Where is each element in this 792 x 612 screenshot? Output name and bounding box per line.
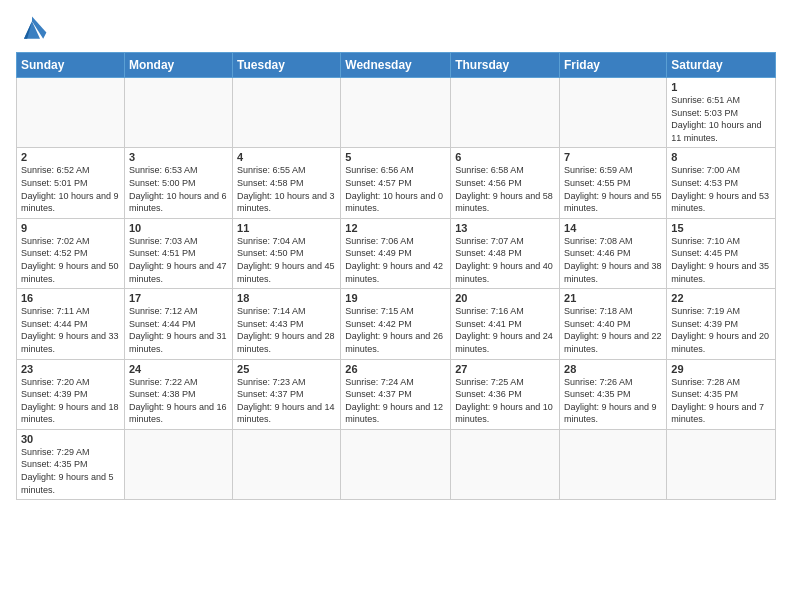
day-number: 19 xyxy=(345,292,446,304)
header xyxy=(16,16,776,44)
calendar-table: SundayMondayTuesdayWednesdayThursdayFrid… xyxy=(16,52,776,500)
day-info: Sunrise: 7:22 AM Sunset: 4:38 PM Dayligh… xyxy=(129,376,228,426)
calendar-cell xyxy=(233,429,341,499)
calendar-cell: 15Sunrise: 7:10 AM Sunset: 4:45 PM Dayli… xyxy=(667,218,776,288)
calendar-cell: 7Sunrise: 6:59 AM Sunset: 4:55 PM Daylig… xyxy=(560,148,667,218)
calendar-cell: 19Sunrise: 7:15 AM Sunset: 4:42 PM Dayli… xyxy=(341,289,451,359)
day-number: 28 xyxy=(564,363,662,375)
day-info: Sunrise: 7:14 AM Sunset: 4:43 PM Dayligh… xyxy=(237,305,336,355)
calendar-week-4: 16Sunrise: 7:11 AM Sunset: 4:44 PM Dayli… xyxy=(17,289,776,359)
day-number: 20 xyxy=(455,292,555,304)
calendar-cell: 20Sunrise: 7:16 AM Sunset: 4:41 PM Dayli… xyxy=(451,289,560,359)
day-number: 2 xyxy=(21,151,120,163)
calendar-week-3: 9Sunrise: 7:02 AM Sunset: 4:52 PM Daylig… xyxy=(17,218,776,288)
calendar-cell: 14Sunrise: 7:08 AM Sunset: 4:46 PM Dayli… xyxy=(560,218,667,288)
calendar-cell xyxy=(341,429,451,499)
day-number: 22 xyxy=(671,292,771,304)
calendar-cell: 16Sunrise: 7:11 AM Sunset: 4:44 PM Dayli… xyxy=(17,289,125,359)
weekday-header-sunday: Sunday xyxy=(17,53,125,78)
calendar-cell: 30Sunrise: 7:29 AM Sunset: 4:35 PM Dayli… xyxy=(17,429,125,499)
calendar-week-1: 1Sunrise: 6:51 AM Sunset: 5:03 PM Daylig… xyxy=(17,78,776,148)
day-number: 15 xyxy=(671,222,771,234)
day-info: Sunrise: 7:07 AM Sunset: 4:48 PM Dayligh… xyxy=(455,235,555,285)
calendar-cell: 13Sunrise: 7:07 AM Sunset: 4:48 PM Dayli… xyxy=(451,218,560,288)
day-number: 1 xyxy=(671,81,771,93)
day-number: 18 xyxy=(237,292,336,304)
weekday-header-monday: Monday xyxy=(124,53,232,78)
calendar-cell: 9Sunrise: 7:02 AM Sunset: 4:52 PM Daylig… xyxy=(17,218,125,288)
day-number: 10 xyxy=(129,222,228,234)
weekday-header-friday: Friday xyxy=(560,53,667,78)
weekday-header-row: SundayMondayTuesdayWednesdayThursdayFrid… xyxy=(17,53,776,78)
day-info: Sunrise: 7:20 AM Sunset: 4:39 PM Dayligh… xyxy=(21,376,120,426)
calendar-cell: 26Sunrise: 7:24 AM Sunset: 4:37 PM Dayli… xyxy=(341,359,451,429)
calendar-week-5: 23Sunrise: 7:20 AM Sunset: 4:39 PM Dayli… xyxy=(17,359,776,429)
calendar-cell: 6Sunrise: 6:58 AM Sunset: 4:56 PM Daylig… xyxy=(451,148,560,218)
calendar-cell xyxy=(560,429,667,499)
calendar-cell: 29Sunrise: 7:28 AM Sunset: 4:35 PM Dayli… xyxy=(667,359,776,429)
day-number: 25 xyxy=(237,363,336,375)
day-info: Sunrise: 7:19 AM Sunset: 4:39 PM Dayligh… xyxy=(671,305,771,355)
calendar-cell: 28Sunrise: 7:26 AM Sunset: 4:35 PM Dayli… xyxy=(560,359,667,429)
calendar-cell: 4Sunrise: 6:55 AM Sunset: 4:58 PM Daylig… xyxy=(233,148,341,218)
day-number: 12 xyxy=(345,222,446,234)
day-info: Sunrise: 7:26 AM Sunset: 4:35 PM Dayligh… xyxy=(564,376,662,426)
day-info: Sunrise: 7:02 AM Sunset: 4:52 PM Dayligh… xyxy=(21,235,120,285)
day-info: Sunrise: 7:16 AM Sunset: 4:41 PM Dayligh… xyxy=(455,305,555,355)
day-info: Sunrise: 7:29 AM Sunset: 4:35 PM Dayligh… xyxy=(21,446,120,496)
day-number: 7 xyxy=(564,151,662,163)
page: SundayMondayTuesdayWednesdayThursdayFrid… xyxy=(0,0,792,612)
day-info: Sunrise: 7:18 AM Sunset: 4:40 PM Dayligh… xyxy=(564,305,662,355)
day-number: 24 xyxy=(129,363,228,375)
calendar-cell: 3Sunrise: 6:53 AM Sunset: 5:00 PM Daylig… xyxy=(124,148,232,218)
day-info: Sunrise: 6:52 AM Sunset: 5:01 PM Dayligh… xyxy=(21,164,120,214)
calendar-week-6: 30Sunrise: 7:29 AM Sunset: 4:35 PM Dayli… xyxy=(17,429,776,499)
calendar-cell xyxy=(667,429,776,499)
day-number: 29 xyxy=(671,363,771,375)
calendar-cell: 17Sunrise: 7:12 AM Sunset: 4:44 PM Dayli… xyxy=(124,289,232,359)
day-info: Sunrise: 6:53 AM Sunset: 5:00 PM Dayligh… xyxy=(129,164,228,214)
day-info: Sunrise: 7:15 AM Sunset: 4:42 PM Dayligh… xyxy=(345,305,446,355)
day-info: Sunrise: 7:00 AM Sunset: 4:53 PM Dayligh… xyxy=(671,164,771,214)
day-info: Sunrise: 6:55 AM Sunset: 4:58 PM Dayligh… xyxy=(237,164,336,214)
day-number: 13 xyxy=(455,222,555,234)
day-info: Sunrise: 7:08 AM Sunset: 4:46 PM Dayligh… xyxy=(564,235,662,285)
calendar-cell xyxy=(341,78,451,148)
day-number: 5 xyxy=(345,151,446,163)
calendar-cell xyxy=(451,78,560,148)
calendar-cell xyxy=(124,429,232,499)
weekday-header-wednesday: Wednesday xyxy=(341,53,451,78)
day-number: 11 xyxy=(237,222,336,234)
day-info: Sunrise: 7:06 AM Sunset: 4:49 PM Dayligh… xyxy=(345,235,446,285)
calendar-cell xyxy=(451,429,560,499)
day-number: 17 xyxy=(129,292,228,304)
day-info: Sunrise: 6:51 AM Sunset: 5:03 PM Dayligh… xyxy=(671,94,771,144)
day-number: 23 xyxy=(21,363,120,375)
day-info: Sunrise: 6:59 AM Sunset: 4:55 PM Dayligh… xyxy=(564,164,662,214)
calendar-cell: 22Sunrise: 7:19 AM Sunset: 4:39 PM Dayli… xyxy=(667,289,776,359)
calendar-cell: 1Sunrise: 6:51 AM Sunset: 5:03 PM Daylig… xyxy=(667,78,776,148)
day-number: 8 xyxy=(671,151,771,163)
day-number: 16 xyxy=(21,292,120,304)
calendar-cell: 2Sunrise: 6:52 AM Sunset: 5:01 PM Daylig… xyxy=(17,148,125,218)
day-info: Sunrise: 7:12 AM Sunset: 4:44 PM Dayligh… xyxy=(129,305,228,355)
day-number: 27 xyxy=(455,363,555,375)
day-info: Sunrise: 7:23 AM Sunset: 4:37 PM Dayligh… xyxy=(237,376,336,426)
calendar-cell xyxy=(124,78,232,148)
day-info: Sunrise: 7:11 AM Sunset: 4:44 PM Dayligh… xyxy=(21,305,120,355)
calendar-cell: 21Sunrise: 7:18 AM Sunset: 4:40 PM Dayli… xyxy=(560,289,667,359)
day-number: 4 xyxy=(237,151,336,163)
day-info: Sunrise: 7:04 AM Sunset: 4:50 PM Dayligh… xyxy=(237,235,336,285)
day-number: 21 xyxy=(564,292,662,304)
day-info: Sunrise: 7:25 AM Sunset: 4:36 PM Dayligh… xyxy=(455,376,555,426)
calendar-week-2: 2Sunrise: 6:52 AM Sunset: 5:01 PM Daylig… xyxy=(17,148,776,218)
calendar-cell: 24Sunrise: 7:22 AM Sunset: 4:38 PM Dayli… xyxy=(124,359,232,429)
day-number: 6 xyxy=(455,151,555,163)
day-number: 14 xyxy=(564,222,662,234)
day-number: 3 xyxy=(129,151,228,163)
day-info: Sunrise: 6:56 AM Sunset: 4:57 PM Dayligh… xyxy=(345,164,446,214)
day-info: Sunrise: 7:28 AM Sunset: 4:35 PM Dayligh… xyxy=(671,376,771,426)
calendar-cell: 5Sunrise: 6:56 AM Sunset: 4:57 PM Daylig… xyxy=(341,148,451,218)
calendar-cell: 18Sunrise: 7:14 AM Sunset: 4:43 PM Dayli… xyxy=(233,289,341,359)
day-info: Sunrise: 7:24 AM Sunset: 4:37 PM Dayligh… xyxy=(345,376,446,426)
